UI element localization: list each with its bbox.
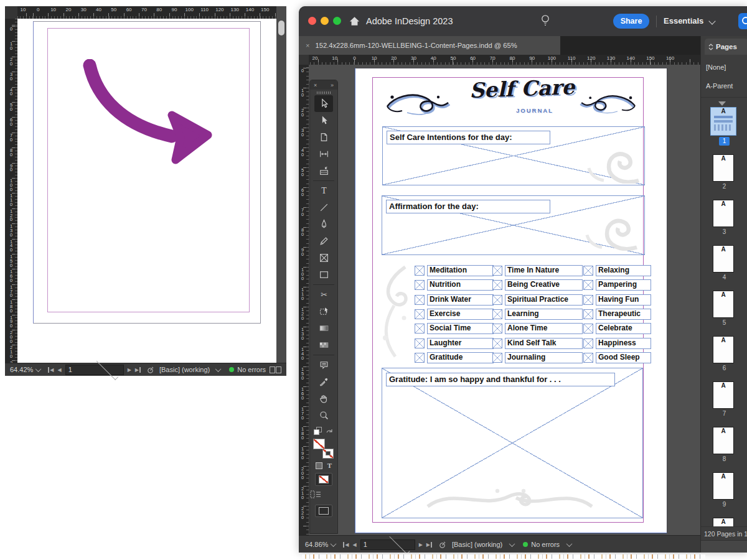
checkbox-frame[interactable] (583, 309, 593, 319)
checkbox-frame[interactable] (583, 324, 593, 334)
zoom-tool[interactable] (314, 407, 333, 424)
maximize-window-button[interactable] (333, 17, 341, 25)
eyedropper-tool[interactable] (314, 373, 333, 390)
page-thumbnail[interactable]: A (713, 472, 734, 500)
checkbox-label-frame[interactable]: Pampering (596, 279, 651, 291)
preflight-icon[interactable] (146, 366, 154, 374)
type-tool[interactable]: T (314, 182, 333, 199)
checkbox-label-frame[interactable]: Happiness (596, 338, 651, 349)
first-page-button[interactable]: ◀ (48, 367, 54, 373)
fill-swatch[interactable] (313, 439, 325, 449)
checkbox-frame[interactable] (415, 338, 425, 348)
checkbox-label-frame[interactable]: Gratitude (427, 352, 494, 363)
page-number[interactable]: 2 (701, 183, 747, 190)
checkbox-label-frame[interactable]: Meditation (427, 265, 494, 276)
checkbox-label-frame[interactable]: Kind Self Talk (505, 338, 583, 349)
page-number-input[interactable]: 1 (360, 539, 415, 550)
scrollbar-thumb[interactable] (278, 21, 284, 35)
next-page-button[interactable]: ▶ (128, 367, 131, 373)
checkbox-frame[interactable] (415, 353, 425, 363)
checkbox-frame[interactable] (415, 280, 425, 290)
pages-view-icon[interactable] (270, 366, 281, 373)
checkbox-label-frame[interactable]: Exercise (427, 309, 494, 320)
checkbox-label-frame[interactable]: Social Time (427, 323, 494, 334)
screen-mode-button[interactable] (315, 505, 332, 517)
page-number[interactable]: 7 (701, 410, 747, 417)
error-status[interactable]: No errors (531, 541, 560, 548)
workspace-switcher[interactable]: Essentials (664, 16, 703, 26)
preflight-profile[interactable]: [Basic] (working) (159, 366, 210, 373)
checkbox-label-frame[interactable]: Spiritual Practice (505, 294, 583, 306)
pen-tool[interactable] (314, 216, 333, 233)
minimize-window-button[interactable] (321, 17, 329, 25)
checkbox-frame[interactable] (415, 324, 425, 334)
page-number[interactable]: 5 (701, 319, 747, 326)
panel-grip[interactable] (317, 91, 331, 94)
checkbox-frame[interactable] (415, 266, 425, 276)
checkbox-frame[interactable] (583, 266, 593, 276)
error-status[interactable]: No errors (237, 366, 266, 373)
gratitude-label-frame[interactable]: Gratitude: I am so happy and thankful fo… (386, 373, 615, 386)
share-button[interactable]: Share (613, 14, 649, 29)
formatting-affects-text-icon[interactable]: T (327, 462, 332, 469)
stroke-swatch[interactable] (322, 449, 334, 459)
gradient-tool[interactable] (314, 320, 333, 337)
checkbox-frame[interactable] (583, 353, 593, 363)
home-icon[interactable] (349, 16, 360, 27)
checkbox-frame[interactable] (583, 338, 593, 348)
page-number[interactable]: 8 (701, 455, 747, 462)
rectangle-tool[interactable] (314, 266, 333, 283)
checkbox-label-frame[interactable]: Journaling (505, 352, 583, 363)
view-options-icon[interactable] (310, 490, 321, 498)
zoom-level[interactable]: 64.42% (10, 366, 33, 373)
affirmation-label-frame[interactable]: Affirmation for the day: (386, 200, 550, 213)
previous-page-button[interactable]: ◀ (57, 367, 61, 373)
last-page-button[interactable]: ▶ (426, 542, 432, 548)
free-transform-tool[interactable] (314, 303, 333, 320)
checkbox-label-frame[interactable]: Relaxing (596, 265, 651, 276)
pasteboard[interactable]: Self Care JOURNAL Self Care Intentions f… (309, 65, 700, 535)
document-page[interactable]: Self Care JOURNAL Self Care Intentions f… (355, 68, 667, 533)
preflight-icon[interactable] (438, 541, 446, 549)
first-page-button[interactable]: ◀ (343, 542, 349, 548)
chevron-down-icon[interactable] (35, 366, 42, 372)
checkbox-label-frame[interactable]: Laughter (427, 338, 494, 349)
ruler-origin-box[interactable] (5, 6, 18, 19)
checkbox-frame[interactable] (492, 280, 502, 290)
page-thumbnail[interactable]: A (713, 381, 734, 409)
chevron-down-icon[interactable] (566, 541, 573, 547)
logo-subtitle[interactable]: JOURNAL (516, 107, 553, 114)
checkbox-frame[interactable] (415, 295, 425, 305)
close-tab-icon[interactable]: × (306, 42, 309, 49)
page-number-input[interactable]: 1 (65, 365, 124, 375)
page-tool[interactable] (314, 129, 333, 146)
page-number[interactable]: 6 (701, 365, 747, 371)
page-thumbnail[interactable]: A (713, 245, 734, 273)
document-tab[interactable]: × 152.4x228.6mm-120-WELLBEING-1-Content-… (299, 36, 560, 55)
checkbox-label-frame[interactable]: Celebrate (596, 323, 651, 334)
search-button[interactable] (738, 13, 747, 29)
swap-fill-stroke[interactable] (310, 426, 337, 436)
ruler-origin-box[interactable] (299, 55, 309, 65)
chevron-down-icon[interactable] (331, 541, 337, 547)
close-panel-icon[interactable]: × (314, 82, 317, 88)
fill-stroke-controls[interactable] (313, 439, 334, 459)
checkbox-label-frame[interactable]: Alone Time (505, 323, 583, 334)
parent-page-none[interactable]: [None] (706, 63, 726, 71)
apply-none-button[interactable] (315, 473, 332, 486)
page-number-selected[interactable]: 1 (719, 137, 730, 146)
page-number[interactable]: 9 (701, 501, 747, 508)
checkbox-label-frame[interactable]: Learning (505, 309, 583, 320)
horizontal-ruler[interactable]: 2010010203040506070809010011012013014015… (309, 55, 700, 65)
chevron-down-icon[interactable] (389, 533, 410, 553)
content-collector-tool[interactable] (314, 162, 333, 179)
checkbox-label-frame[interactable]: Therapeutic (596, 309, 651, 320)
horizontal-ruler[interactable]: 1001020304050607080901001101201301401501… (17, 6, 281, 19)
scissors-tool[interactable]: ✂ (314, 286, 333, 303)
chevron-down-icon[interactable] (509, 541, 515, 547)
checkbox-label-frame[interactable]: Time In Nature (505, 265, 583, 276)
checkbox-label-frame[interactable]: Good Sleep (596, 352, 651, 363)
frame-tool[interactable] (314, 250, 333, 266)
lightbulb-icon[interactable] (540, 14, 550, 28)
note-tool[interactable] (314, 357, 333, 373)
